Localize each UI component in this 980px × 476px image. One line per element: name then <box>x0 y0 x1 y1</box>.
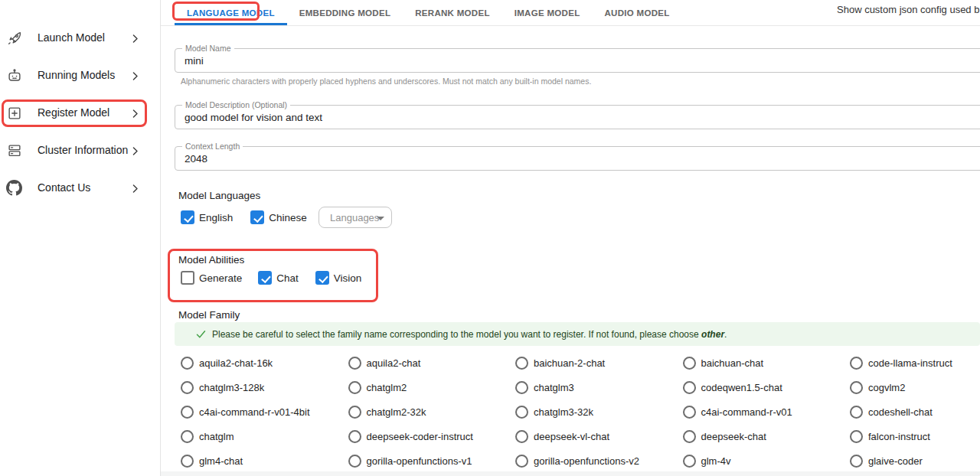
checkbox-label: Chat <box>276 272 299 284</box>
radio-icon <box>515 406 528 419</box>
radio-option-gorilla-openfunctions-v1[interactable]: gorilla-openfunctions-v1 <box>348 448 516 473</box>
sidebar-item-label: Launch Model <box>38 31 105 44</box>
radio-option-codeshell-chat[interactable]: codeshell-chat <box>850 399 980 424</box>
radio-icon <box>181 430 194 443</box>
radio-option-chatglm3-128k[interactable]: chatglm3-128k <box>181 375 348 399</box>
checkbox-generate[interactable]: Generate <box>181 271 242 285</box>
radio-option-gorilla-openfunctions-v2[interactable]: gorilla-openfunctions-v2 <box>515 448 683 473</box>
sidebar-item-label: Register Model <box>38 106 109 119</box>
checkbox-icon <box>181 271 194 285</box>
radio-option-chatglm3-32k[interactable]: chatglm3-32k <box>515 399 683 424</box>
radio-icon <box>683 406 696 419</box>
radio-option-baichuan-chat[interactable]: baichuan-chat <box>683 350 851 375</box>
tab-embedding-model[interactable]: EMBEDDING MODEL <box>287 0 403 25</box>
checkbox-icon <box>315 271 329 285</box>
server-icon <box>6 142 23 159</box>
chevron-right-icon <box>129 145 141 160</box>
radio-icon <box>348 406 361 419</box>
radio-option-glm4-chat[interactable]: glm4-chat <box>181 448 348 473</box>
radio-icon <box>683 455 696 468</box>
languages-select[interactable]: Languages <box>318 207 392 228</box>
radio-icon <box>850 357 863 370</box>
sidebar-item-running-models[interactable]: Running Models <box>0 63 161 89</box>
checkbox-chat[interactable]: Chat <box>258 271 299 285</box>
radio-option-glaive-coder[interactable]: glaive-coder <box>850 448 980 473</box>
radio-option-cogvlm2[interactable]: cogvlm2 <box>850 375 980 399</box>
github-icon <box>6 180 23 197</box>
checkbox-vision[interactable]: Vision <box>315 271 362 285</box>
bottom-divider-strip <box>161 471 980 476</box>
radio-option-deepseek-chat[interactable]: deepseek-chat <box>683 424 851 448</box>
radio-icon <box>850 430 863 443</box>
tab-image-model[interactable]: IMAGE MODEL <box>502 0 593 25</box>
checkbox-chinese[interactable]: Chinese <box>250 210 307 224</box>
chevron-right-icon <box>129 70 141 85</box>
checkbox-label: English <box>199 212 233 223</box>
model-name-label: Model Name <box>182 44 234 53</box>
radio-option-chatglm2[interactable]: chatglm2 <box>348 375 516 399</box>
tab-bar: LANGUAGE MODEL EMBEDDING MODEL RERANK MO… <box>175 0 682 25</box>
chevron-right-icon <box>129 183 141 197</box>
radio-option-aquila2-chat[interactable]: aquila2-chat <box>348 350 516 375</box>
checkbox-label: Chinese <box>269 212 307 223</box>
rocket-icon <box>6 30 23 47</box>
model-description-label: Model Description (Optional) <box>182 100 290 109</box>
radio-option-chatglm[interactable]: chatglm <box>181 424 348 448</box>
sidebar-item-label: Contact Us <box>38 181 90 194</box>
chevron-right-icon <box>129 33 141 47</box>
radio-icon <box>181 406 194 419</box>
context-length-field[interactable]: Context Length 2048 <box>175 146 980 171</box>
checkbox-icon <box>181 210 194 224</box>
context-length-label: Context Length <box>182 142 243 151</box>
sidebar: Launch Model Running Models Regis <box>0 0 161 476</box>
checkbox-english[interactable]: English <box>181 210 233 224</box>
radio-icon <box>683 430 696 443</box>
sidebar-item-label: Cluster Information <box>38 144 128 156</box>
radio-icon <box>683 381 696 394</box>
sidebar-item-label: Running Models <box>38 69 115 81</box>
radio-option-deepseek-vl-chat[interactable]: deepseek-vl-chat <box>515 424 683 448</box>
sidebar-item-launch-model[interactable]: Launch Model <box>0 25 161 51</box>
model-name-value: mini <box>185 55 204 67</box>
radio-option-chatglm2-32k[interactable]: chatglm2-32k <box>348 399 516 424</box>
languages-select-placeholder: Languages <box>330 212 379 223</box>
radio-option-codeqwen1-5-chat[interactable]: codeqwen1.5-chat <box>683 375 851 399</box>
radio-icon <box>348 430 361 443</box>
radio-icon <box>850 381 863 394</box>
model-family-heading: Model Family <box>178 309 240 321</box>
tab-rerank-model[interactable]: RERANK MODEL <box>403 0 502 25</box>
radio-option-glm-4v[interactable]: glm-4v <box>683 448 851 473</box>
robot-icon <box>6 67 23 84</box>
radio-option-aquila2-chat-16k[interactable]: aquila2-chat-16k <box>181 350 348 375</box>
model-abilities-heading: Model Abilities <box>178 254 244 266</box>
radio-option-c4ai-command-r-v01-4bit[interactable]: c4ai-command-r-v01-4bit <box>181 399 348 424</box>
sidebar-item-cluster-information[interactable]: Cluster Information <box>0 138 161 164</box>
model-name-helper-text: Alphanumeric characters with properly pl… <box>181 77 591 86</box>
radio-option-deepseek-coder-instruct[interactable]: deepseek-coder-instruct <box>348 424 516 448</box>
sidebar-item-register-model[interactable]: Register Model <box>0 100 161 126</box>
sidebar-item-contact-us[interactable]: Contact Us <box>0 175 161 201</box>
radio-icon <box>515 455 528 468</box>
radio-option-falcon-instruct[interactable]: falcon-instruct <box>850 424 980 448</box>
checkbox-icon <box>250 210 264 224</box>
radio-option-code-llama-instruct[interactable]: code-llama-instruct <box>850 350 980 375</box>
radio-option-chatglm3[interactable]: chatglm3 <box>515 375 683 399</box>
radio-option-baichuan-2-chat[interactable]: baichuan-2-chat <box>515 350 683 375</box>
context-length-value: 2048 <box>185 153 207 165</box>
radio-icon <box>181 455 194 468</box>
model-description-field[interactable]: Model Description (Optional) good model … <box>175 105 980 129</box>
radio-icon <box>515 430 528 443</box>
checkbox-icon <box>258 271 272 285</box>
chevron-right-icon <box>129 108 141 122</box>
radio-option-c4ai-command-r-v01[interactable]: c4ai-command-r-v01 <box>683 399 851 424</box>
tab-audio-model[interactable]: AUDIO MODEL <box>592 0 681 25</box>
dropdown-caret-icon <box>377 217 384 220</box>
radio-icon <box>515 381 528 394</box>
model-abilities-row: Generate Chat Vision <box>181 271 361 285</box>
show-custom-json-config-link[interactable]: Show custom json config used b <box>837 4 979 15</box>
plus-square-icon <box>6 105 23 122</box>
tab-language-model[interactable]: LANGUAGE MODEL <box>175 0 287 25</box>
model-name-field[interactable]: Model Name mini <box>175 48 980 73</box>
radio-icon <box>348 357 361 370</box>
radio-icon <box>181 381 194 394</box>
